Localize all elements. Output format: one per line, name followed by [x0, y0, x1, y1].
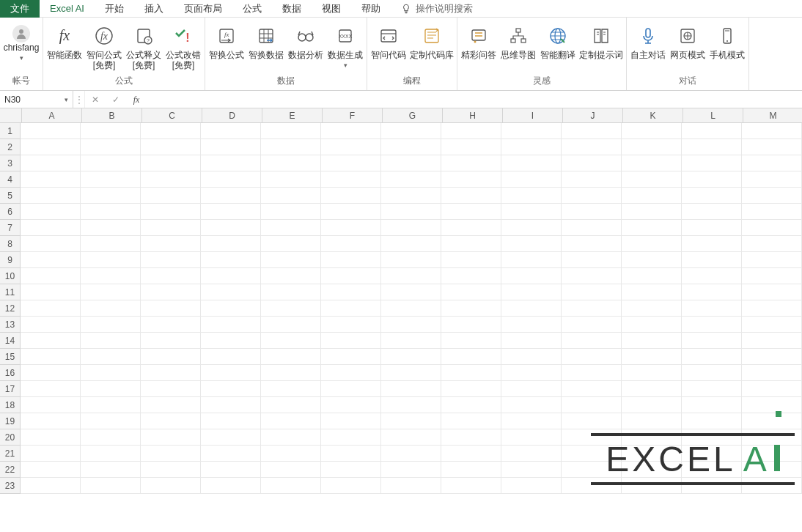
cell[interactable] — [81, 155, 141, 171]
cell[interactable] — [682, 429, 742, 446]
cell[interactable] — [141, 155, 201, 171]
cell[interactable] — [501, 139, 562, 155]
cell[interactable] — [261, 284, 321, 300]
cell[interactable] — [622, 204, 682, 220]
cell[interactable] — [261, 381, 321, 397]
cell[interactable] — [81, 478, 141, 494]
cell[interactable] — [742, 478, 802, 494]
cell[interactable] — [261, 171, 321, 188]
tab-help[interactable]: 帮助 — [351, 0, 391, 18]
cell[interactable] — [201, 123, 261, 139]
cell[interactable] — [261, 462, 321, 478]
cell[interactable] — [321, 123, 381, 139]
swap-formula-button[interactable]: fx 智换公式 — [207, 22, 246, 62]
data-analyze-button[interactable]: 数据分析 — [286, 22, 325, 62]
cell[interactable] — [562, 462, 622, 478]
cells-area[interactable]: EXCEL A — [21, 123, 802, 494]
row-header[interactable]: 19 — [0, 413, 21, 429]
row-header[interactable]: 21 — [0, 446, 21, 462]
cell[interactable] — [562, 446, 622, 462]
cell[interactable] — [622, 397, 682, 413]
cell[interactable] — [201, 365, 261, 381]
cell[interactable] — [562, 268, 622, 284]
cell[interactable] — [501, 413, 562, 429]
cell[interactable] — [321, 365, 381, 381]
cell[interactable] — [141, 284, 201, 300]
cell[interactable] — [622, 349, 682, 365]
cell[interactable] — [321, 139, 381, 155]
cell[interactable] — [321, 220, 381, 236]
cell[interactable] — [562, 171, 622, 188]
cell[interactable] — [21, 478, 81, 494]
cell[interactable] — [81, 236, 141, 252]
cell[interactable] — [562, 139, 622, 155]
cell[interactable] — [742, 397, 802, 413]
cell[interactable] — [261, 413, 321, 429]
ask-formula-button[interactable]: fx 智问公式 [免费] — [84, 22, 124, 72]
cell[interactable] — [201, 429, 261, 446]
cell[interactable] — [381, 317, 441, 333]
cell[interactable] — [141, 317, 201, 333]
cell[interactable] — [81, 413, 141, 429]
cell[interactable] — [381, 123, 441, 139]
cell[interactable] — [501, 220, 562, 236]
column-header[interactable]: C — [142, 108, 202, 123]
cell[interactable] — [562, 478, 622, 494]
cell[interactable] — [261, 446, 321, 462]
cell[interactable] — [321, 397, 381, 413]
cell[interactable] — [441, 397, 501, 413]
cell[interactable] — [441, 365, 501, 381]
cell[interactable] — [622, 381, 682, 397]
row-header[interactable]: 13 — [0, 317, 21, 333]
cell[interactable] — [21, 462, 81, 478]
cell[interactable] — [261, 429, 321, 446]
cell[interactable] — [622, 478, 682, 494]
cell[interactable] — [261, 365, 321, 381]
cell[interactable] — [381, 171, 441, 188]
cell[interactable] — [381, 220, 441, 236]
cell[interactable] — [381, 284, 441, 300]
column-header[interactable]: B — [82, 108, 142, 123]
cell[interactable] — [441, 220, 501, 236]
cell[interactable] — [321, 317, 381, 333]
cell[interactable] — [742, 333, 802, 349]
cell[interactable] — [321, 478, 381, 494]
cell[interactable] — [441, 478, 501, 494]
column-header[interactable]: J — [563, 108, 623, 123]
cell[interactable] — [201, 236, 261, 252]
cell[interactable] — [501, 155, 562, 171]
cell[interactable] — [201, 188, 261, 204]
cell[interactable] — [562, 317, 622, 333]
cell[interactable] — [21, 365, 81, 381]
cell[interactable] — [21, 171, 81, 188]
cell[interactable] — [501, 284, 562, 300]
cell[interactable] — [742, 236, 802, 252]
cell[interactable] — [622, 333, 682, 349]
account-button[interactable]: chrisfang ▾ — [1, 22, 41, 64]
row-header[interactable]: 7 — [0, 220, 21, 236]
cell[interactable] — [742, 268, 802, 284]
cell[interactable] — [141, 252, 201, 268]
cell[interactable] — [21, 300, 81, 317]
cell[interactable] — [682, 204, 742, 220]
tab-formulas[interactable]: 公式 — [232, 0, 272, 18]
row-header[interactable]: 18 — [0, 397, 21, 413]
cell[interactable] — [682, 381, 742, 397]
cell[interactable] — [261, 478, 321, 494]
row-header[interactable]: 6 — [0, 204, 21, 220]
cell[interactable] — [201, 171, 261, 188]
cell[interactable] — [441, 300, 501, 317]
confirm-formula-button[interactable]: ✓ — [106, 91, 126, 108]
cell[interactable] — [321, 284, 381, 300]
cell[interactable] — [562, 333, 622, 349]
ask-code-button[interactable]: 智问代码 — [369, 22, 408, 62]
tab-excel-ai[interactable]: Excel AI — [40, 0, 95, 18]
cell[interactable] — [562, 397, 622, 413]
cell[interactable] — [81, 204, 141, 220]
cell[interactable] — [742, 446, 802, 462]
cell[interactable] — [742, 284, 802, 300]
cell[interactable] — [501, 478, 562, 494]
row-header[interactable]: 10 — [0, 268, 21, 284]
cell[interactable] — [381, 429, 441, 446]
cell[interactable] — [682, 365, 742, 381]
